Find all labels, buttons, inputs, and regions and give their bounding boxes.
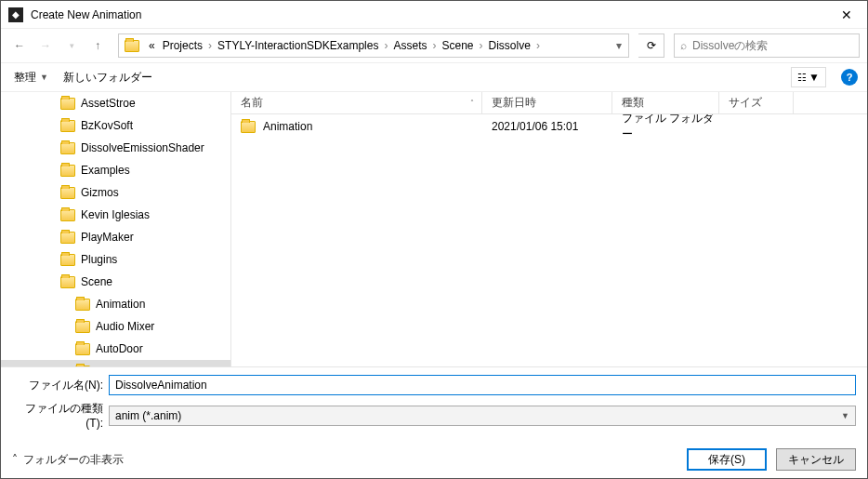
tree-item-label: AssetStroe [81, 97, 136, 110]
tree-item-label: DissolveEmissionShader [81, 141, 204, 154]
tree-item-label: Gizmos [81, 186, 119, 199]
folder-icon [75, 299, 90, 311]
tree-item[interactable]: Plugins [1, 248, 230, 271]
up-button[interactable]: ↑ [86, 34, 109, 57]
new-folder-label: 新しいフォルダー [63, 70, 152, 86]
column-date[interactable]: 更新日時 [482, 92, 612, 113]
folder-icon [60, 232, 75, 244]
search-input[interactable]: ⌕ Dissolveの検索 [674, 33, 860, 58]
tree-item-label: Examples [81, 164, 130, 177]
search-placeholder: Dissolveの検索 [692, 38, 768, 54]
toolbar: 整理 ▼ 新しいフォルダー ☷ ▼ ? [1, 62, 867, 92]
chevron-down-icon: ▼ [40, 73, 48, 82]
tree-item-label: Scene [81, 275, 112, 288]
column-size[interactable]: サイズ [719, 92, 794, 113]
chevron-down-icon: ▼ [809, 71, 820, 84]
chevron-right-icon[interactable]: › [478, 39, 485, 52]
chevron-right-icon[interactable]: › [430, 39, 438, 52]
hide-folders-toggle[interactable]: ˄ フォルダーの非表示 [12, 452, 124, 468]
chevron-down-icon: ▼ [841, 411, 849, 420]
tree-item[interactable]: Animation [1, 293, 230, 315]
tree-item[interactable]: Gizmos [1, 181, 230, 204]
view-icon: ☷ [797, 72, 807, 84]
breadcrumb-item[interactable]: Scene [438, 34, 477, 57]
folder-icon [60, 142, 75, 154]
breadcrumb-item[interactable]: Projects [159, 34, 206, 57]
organize-menu[interactable]: 整理 ▼ [10, 68, 52, 87]
chevron-right-icon[interactable]: › [382, 39, 389, 52]
row-date: 2021/01/06 15:01 [482, 120, 612, 133]
help-button[interactable]: ? [841, 69, 858, 86]
search-icon: ⌕ [680, 39, 687, 52]
folder-tree[interactable]: AssetStroeBzKovSoftDissolveEmissionShade… [1, 92, 231, 366]
bottom-panel: ファイル名(N): ファイルの種類(T): anim (*.anim) ▼ [1, 366, 867, 441]
tree-item-label: Animation [96, 298, 145, 311]
list-row[interactable]: Animation2021/01/06 15:01ファイル フォルダー [231, 114, 867, 139]
hide-folders-label: フォルダーの非表示 [23, 452, 124, 468]
close-button[interactable]: ✕ [825, 1, 867, 29]
breadcrumb-item[interactable]: STYLY-InteractionSDKExamples [214, 34, 382, 57]
chevron-up-icon: ˄ [12, 453, 18, 466]
tree-item[interactable]: Examples [1, 159, 230, 181]
forward-button[interactable]: → [34, 34, 57, 57]
folder-icon [75, 366, 90, 367]
tree-item-label: AutoDoor [96, 342, 143, 355]
save-button[interactable]: 保存(S) [687, 448, 767, 471]
tree-item[interactable]: BzKovSoft [1, 114, 230, 137]
folder-icon [60, 276, 75, 288]
sort-indicator-icon: ˄ [470, 99, 474, 107]
filetype-label: ファイルの種類(T): [12, 401, 103, 430]
filetype-combo[interactable]: anim (*.anim) ▼ [109, 406, 856, 426]
folder-icon [75, 343, 90, 355]
filename-label: ファイル名(N): [12, 378, 103, 393]
filetype-value: anim (*.anim) [115, 409, 181, 422]
folder-icon [60, 254, 75, 266]
folder-icon [75, 321, 90, 333]
tree-item[interactable]: Kevin Iglesias [1, 204, 230, 226]
new-folder-button[interactable]: 新しいフォルダー [59, 68, 156, 87]
tree-item[interactable]: AssetStroe [1, 92, 230, 114]
tree-item-label: Kevin Iglesias [81, 208, 150, 221]
folder-icon [60, 209, 75, 221]
breadcrumb-item[interactable]: Dissolve [485, 34, 534, 57]
breadcrumb-overflow[interactable]: « [145, 34, 159, 57]
cancel-button[interactable]: キャンセル [776, 448, 856, 471]
folder-icon [241, 121, 256, 133]
tree-item-label: PlayMaker [81, 231, 134, 244]
tree-item[interactable]: DissolveEmissionShader [1, 137, 230, 159]
folder-icon [123, 36, 141, 55]
list-header: 名前 ˄ 更新日時 種類 サイズ [231, 92, 867, 114]
tree-item[interactable]: PlayMaker [1, 226, 230, 248]
file-list: 名前 ˄ 更新日時 種類 サイズ Animation2021/01/06 15:… [231, 92, 867, 366]
filename-input[interactable] [109, 375, 856, 395]
breadcrumb-item[interactable]: Assets [389, 34, 430, 57]
column-name[interactable]: 名前 ˄ [231, 92, 482, 113]
organize-label: 整理 [14, 70, 36, 86]
tree-item-label: Plugins [81, 253, 117, 266]
folder-icon [60, 165, 75, 177]
tree-item-label: BzKovSoft [81, 119, 133, 132]
refresh-button[interactable]: ⟳ [638, 33, 664, 58]
folder-icon [60, 98, 75, 110]
nav-bar: ← → ▾ ↑ «Projects›STYLY-InteractionSDKEx… [1, 29, 867, 62]
row-name: Animation [263, 120, 312, 133]
tree-item[interactable]: Audio Mixer [1, 315, 230, 338]
tree-item[interactable]: Dissolve [1, 360, 230, 366]
title-bar: ◆ Create New Animation ✕ [1, 1, 867, 29]
folder-icon [60, 120, 75, 132]
app-icon: ◆ [8, 7, 23, 22]
address-dropdown-icon[interactable]: ▾ [610, 39, 628, 52]
address-bar[interactable]: «Projects›STYLY-InteractionSDKExamples›A… [118, 33, 629, 58]
chevron-right-icon[interactable]: › [206, 39, 214, 52]
chevron-right-icon[interactable]: › [534, 39, 542, 52]
window-title: Create New Animation [31, 8, 825, 21]
column-type[interactable]: 種類 [612, 92, 719, 113]
view-options-button[interactable]: ☷ ▼ [791, 67, 826, 87]
tree-item-label: Audio Mixer [96, 320, 154, 333]
back-button[interactable]: ← [8, 34, 31, 57]
tree-item[interactable]: Scene [1, 271, 230, 293]
row-type: ファイル フォルダー [612, 114, 719, 142]
recent-dropdown-icon[interactable]: ▾ [60, 34, 83, 57]
folder-icon [60, 187, 75, 199]
tree-item[interactable]: AutoDoor [1, 338, 230, 360]
